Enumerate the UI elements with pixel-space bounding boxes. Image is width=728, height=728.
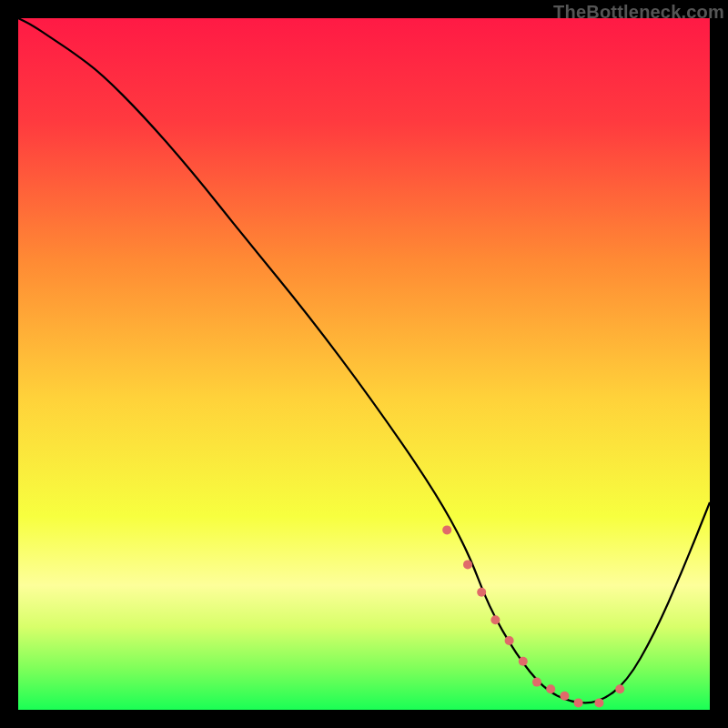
chart-plot-area bbox=[18, 18, 710, 710]
watermark-text: TheBottleneck.com bbox=[553, 2, 724, 23]
marker-point bbox=[463, 560, 472, 569]
chart-background bbox=[18, 18, 710, 710]
marker-point bbox=[490, 615, 500, 624]
marker-point bbox=[615, 684, 624, 693]
marker-point bbox=[532, 678, 541, 687]
marker-point bbox=[546, 684, 555, 693]
marker-point bbox=[594, 698, 603, 707]
marker-point bbox=[519, 657, 528, 666]
marker-point bbox=[505, 636, 514, 645]
chart-frame: TheBottleneck.com bbox=[0, 0, 728, 728]
chart-svg bbox=[18, 18, 710, 710]
marker-point bbox=[574, 698, 583, 707]
marker-point bbox=[442, 525, 451, 534]
marker-point bbox=[560, 692, 569, 701]
marker-point bbox=[477, 588, 486, 597]
